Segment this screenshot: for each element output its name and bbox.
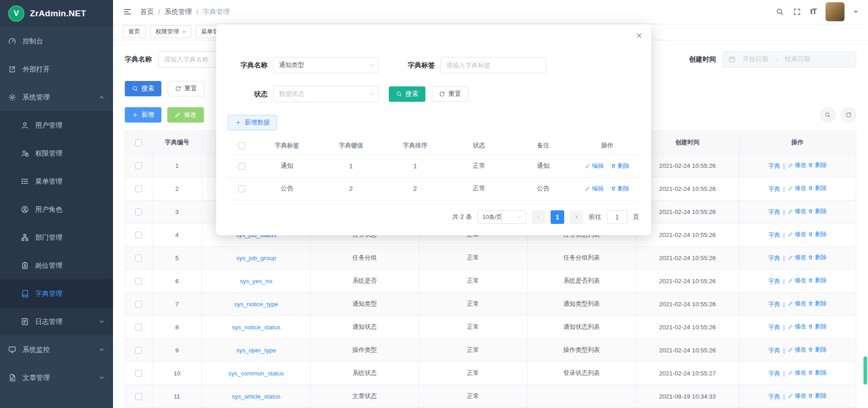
row-checkbox[interactable] [135,278,142,285]
op-dict-link[interactable]: 字典 [769,254,780,262]
toggle-search-button[interactable] [820,107,835,123]
row-checkbox[interactable] [135,324,142,331]
sidebar-item-department-management[interactable]: 部门管理 [0,223,113,251]
breadcrumb-system[interactable]: 系统管理 [165,8,192,16]
date-range-picker[interactable]: 开始日期 - 结束日期 [722,51,856,67]
avatar-caret-down-icon[interactable] [854,11,858,15]
op-delete-link[interactable]: 删除 [808,161,826,169]
edit-button-disabled[interactable]: 修改 [167,107,204,123]
op-edit-link[interactable]: 修改 [788,346,807,354]
close-icon[interactable]: × [636,31,642,41]
reset-button[interactable]: 重置 [168,81,204,96]
prev-page-button[interactable] [532,210,545,224]
op-delete-link[interactable]: 删除 [808,230,826,238]
dict-type-link[interactable]: sys_notice_status [232,324,280,331]
dict-type-link[interactable]: sys_common_status [228,370,284,377]
op-edit-link[interactable]: 修改 [788,230,807,238]
breadcrumb-home[interactable]: 首页 [140,8,154,16]
dict-type-link[interactable]: sys_oper_type [236,347,276,354]
row-checkbox[interactable] [135,209,142,215]
data-status-select[interactable]: 数据状态 [273,86,379,102]
op-delete-link[interactable]: 删除 [808,392,826,400]
goto-page-input[interactable] [607,210,627,224]
op-delete-link[interactable]: 删除 [808,299,826,308]
sidebar-item-dashboard[interactable]: 控制台 [0,27,113,55]
row-checkbox[interactable] [135,255,142,261]
op-dict-link[interactable]: 字典 [769,162,780,170]
sidebar-item-menu-management[interactable]: 菜单管理 [0,167,113,195]
add-dict-data-button[interactable]: 新增数据 [228,115,277,130]
op-edit-link[interactable]: 修改 [788,207,807,215]
op-delete-link[interactable]: 删除 [808,253,826,261]
sidebar-item-article-management[interactable]: 文章管理 [0,364,113,392]
op-dict-link[interactable]: 字典 [769,185,780,193]
sidebar-item-system-management[interactable]: 系统管理 [0,83,113,111]
op-delete-link[interactable]: 删除 [611,185,629,193]
page-size-select[interactable]: 10条/页 [477,210,526,224]
row-checkbox[interactable] [135,370,142,377]
sidebar-item-system-monitor[interactable]: 系统监控 [0,336,113,364]
op-dict-link[interactable]: 字典 [769,346,780,355]
sidebar-item-external-open[interactable]: 外部打开 [0,55,113,83]
op-delete-link[interactable]: 删除 [808,276,826,285]
sidebar-item-user-role[interactable]: 用户角色 [0,195,113,223]
dict-type-link[interactable]: sys_notice_type [234,301,278,308]
row-checkbox[interactable] [238,185,245,192]
op-delete-link[interactable]: 删除 [808,346,826,354]
op-edit-link[interactable]: 修改 [788,276,807,285]
op-edit-link[interactable]: 修改 [788,299,807,308]
sidebar-item-log-management[interactable]: 日志管理 [0,308,113,336]
op-dict-link[interactable]: 字典 [769,393,780,401]
row-checkbox[interactable] [135,232,142,238]
op-edit-link[interactable]: 修改 [788,253,807,261]
dict-label-input[interactable] [440,57,546,73]
dict-type-link[interactable]: sys_yes_no [240,278,272,285]
sidebar-item-post-management[interactable]: 岗位管理 [0,251,113,280]
op-delete-link[interactable]: 删除 [808,323,826,331]
search-button[interactable]: 搜索 [125,81,161,96]
dict-type-link[interactable]: sys_article_status [232,393,280,400]
refresh-table-button[interactable] [841,107,856,123]
dialog-reset-button[interactable]: 重置 [432,86,468,102]
dialog-search-button[interactable]: 搜索 [389,86,425,102]
op-edit-link[interactable]: 修改 [788,161,807,169]
row-checkbox[interactable] [135,347,142,354]
op-dict-link[interactable]: 字典 [769,300,780,308]
select-all-checkbox[interactable] [135,139,142,146]
op-edit-link[interactable]: 编辑 [585,185,604,193]
op-edit-link[interactable]: 修改 [788,184,807,192]
op-delete-link[interactable]: 删除 [808,184,826,192]
sidebar-item-permission-management[interactable]: 权限管理 [0,139,113,167]
sidebar-toggle-button[interactable] [123,7,132,16]
op-edit-link[interactable]: 修改 [788,369,807,377]
op-dict-link[interactable]: 字典 [769,277,780,285]
row-checkbox[interactable] [135,301,142,308]
op-edit-link[interactable]: 编辑 [585,162,604,170]
op-dict-link[interactable]: 字典 [769,370,780,378]
row-checkbox[interactable] [135,393,142,400]
select-all-checkbox[interactable] [238,142,245,149]
fullscreen-button[interactable] [793,8,801,16]
app-logo[interactable]: V ZrAdmin.NET [0,0,113,27]
op-edit-link[interactable]: 修改 [788,392,807,400]
op-dict-link[interactable]: 字典 [769,323,780,332]
op-edit-link[interactable]: 修改 [788,323,807,331]
scrollbar-thumb[interactable] [863,356,867,384]
sidebar-item-dictionary-management[interactable]: 字典管理 [0,280,113,308]
op-delete-link[interactable]: 删除 [611,162,629,170]
row-checkbox[interactable] [135,185,142,192]
current-page-button[interactable]: 1 [551,210,564,224]
dict-type-link[interactable]: sys_job_group [236,255,276,261]
op-dict-link[interactable]: 字典 [769,231,780,239]
op-dict-link[interactable]: 字典 [769,208,780,216]
row-checkbox[interactable] [135,162,142,169]
header-search-button[interactable] [776,8,784,16]
op-delete-link[interactable]: 删除 [808,207,826,215]
row-checkbox[interactable] [238,163,245,170]
tab-home[interactable]: 首页 [123,25,146,38]
sidebar-item-user-management[interactable]: 用户管理 [0,111,113,139]
dict-name-select[interactable]: 通知类型 [273,57,379,73]
user-avatar[interactable] [826,2,844,21]
close-icon[interactable]: × [182,29,186,35]
add-button[interactable]: 新增 [125,107,161,123]
